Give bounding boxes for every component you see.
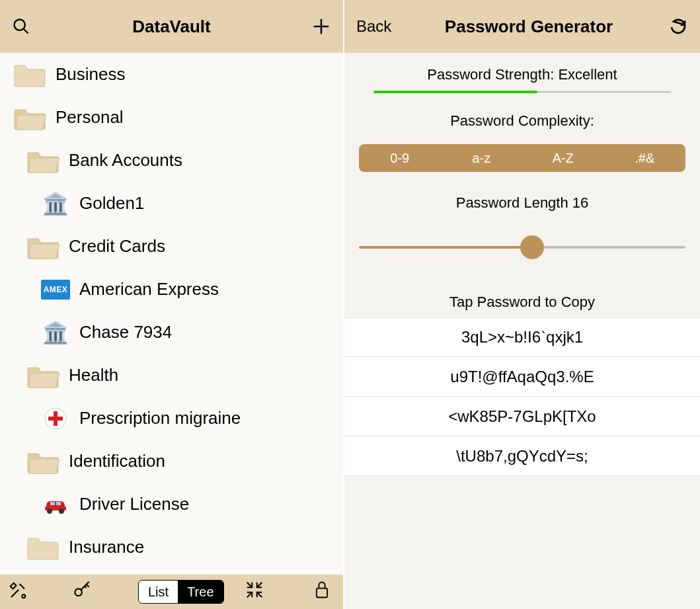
complexity-lower[interactable]: a-z [441,144,523,172]
subcategory-health[interactable]: Health [0,354,343,397]
bank-icon: 🏛️ [41,318,70,347]
amex-icon: AMEX [41,275,70,304]
view-toggle-list[interactable]: List [139,581,178,603]
bank-icon: 🏛️ [41,189,70,218]
refresh-button[interactable] [655,17,688,36]
folder-open-icon [26,146,59,175]
svg-rect-6 [48,417,63,421]
strength-meter [373,91,671,94]
length-label: Password Length 16 [344,172,700,216]
tap-to-copy-label: Tap Password to Copy [344,294,700,317]
screen-title: Password Generator [403,17,655,37]
generated-password[interactable]: \tU8b7,gQYcdY=s; [344,436,700,476]
password-generator-screen: Back Password Generator Password Strengt… [344,0,700,609]
svg-point-0 [15,20,25,30]
complexity-upper[interactable]: A-Z [522,144,604,172]
collapse-button[interactable] [245,580,264,602]
folder-open-icon [26,361,59,390]
folder-open-icon [26,232,59,261]
item-label: Chase 7934 [79,322,172,343]
car-icon [41,490,70,519]
item-label: Prescription migraine [79,408,241,428]
lock-button[interactable] [313,580,331,602]
search-icon [12,17,30,36]
subcategory-label: Health [69,365,118,386]
generator-content: Password Strength: Excellent Password Co… [344,53,700,609]
generated-password[interactable]: u9T!@ffAqaQq3.%E [344,357,700,397]
collapse-icon [245,580,264,600]
item-driver-license[interactable]: Driver License [0,483,343,526]
key-button[interactable] [71,580,93,604]
settings-button[interactable] [8,581,28,603]
category-label: Business [56,64,126,85]
medical-cross-icon [41,404,70,433]
item-label: Golden1 [79,193,144,214]
back-button[interactable]: Back [356,17,391,36]
svg-rect-11 [56,502,61,505]
complexity-segmented-control[interactable]: 0-9 a-z A-Z .#& [359,144,685,172]
app-title: DataVault [45,17,298,37]
complexity-label: Password Complexity: [344,94,700,134]
item-golden1[interactable]: 🏛️ Golden1 [0,182,343,225]
item-label: Driver License [79,494,189,514]
bottom-toolbar: List Tree [0,575,343,609]
subcategory-label: Identification [69,451,165,471]
svg-rect-14 [317,589,327,598]
category-personal[interactable]: Personal [0,96,343,139]
lock-icon [313,580,331,600]
item-chase[interactable]: 🏛️ Chase 7934 [0,311,343,354]
complexity-symbols[interactable]: .#& [604,144,686,172]
strength-label: Password Strength: Excellent [344,53,700,87]
svg-point-9 [59,508,64,514]
password-list: 3qL>x~b!I6`qxjk1 u9T!@ffAqaQq3.%E <wK85P… [344,317,700,476]
topbar-right: Back Password Generator [344,0,700,53]
svg-point-8 [47,508,52,514]
svg-point-12 [22,594,25,598]
subcategory-credit-cards[interactable]: Credit Cards [0,225,343,268]
generated-password[interactable]: 3qL>x~b!I6`qxjk1 [344,317,700,357]
vault-screen: DataVault Business Personal [0,0,344,609]
length-slider[interactable] [359,234,685,261]
item-prescription[interactable]: Prescription migraine [0,397,343,440]
strength-fill [373,91,537,93]
svg-rect-10 [50,502,55,505]
complexity-digits[interactable]: 0-9 [359,144,441,172]
category-business[interactable]: Business [0,53,343,96]
subcategory-label: Bank Accounts [69,150,182,171]
search-button[interactable] [12,17,45,36]
folder-open-icon [13,103,46,132]
tree-list[interactable]: Business Personal Bank Accounts 🏛️ Golde… [0,53,343,575]
topbar-left: DataVault [0,0,343,53]
add-button[interactable] [298,17,331,36]
subcategory-bank-accounts[interactable]: Bank Accounts [0,139,343,182]
folder-icon [26,533,59,562]
svg-point-13 [75,589,82,596]
slider-knob[interactable] [520,235,544,259]
subcategory-insurance[interactable]: Insurance [0,526,343,569]
refresh-icon [668,17,688,36]
subcategory-label: Credit Cards [69,236,165,257]
generated-password[interactable]: <wK85P-7GLpK[TXo [344,397,700,436]
folder-icon [13,60,46,89]
view-toggle-tree[interactable]: Tree [178,581,223,603]
tools-icon [8,581,28,600]
subcategory-label: Insurance [69,537,144,557]
key-icon [71,580,93,601]
category-label: Personal [56,107,124,128]
plus-icon [311,17,331,36]
subcategory-identification[interactable]: Identification [0,440,343,483]
svg-line-1 [24,29,28,34]
folder-open-icon [26,447,59,476]
item-amex[interactable]: AMEX American Express [0,268,343,311]
view-toggle[interactable]: List Tree [138,580,224,604]
item-label: American Express [79,279,219,300]
